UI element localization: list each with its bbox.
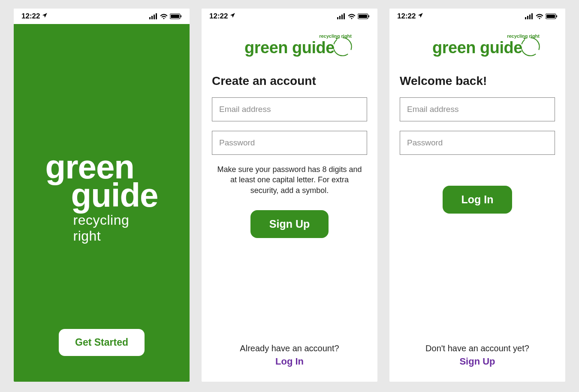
brand-logo-large: green guide recycling right <box>45 153 158 244</box>
brand-wordmark: green guide <box>432 39 522 57</box>
wifi-icon <box>348 13 356 19</box>
status-time: 12:22 <box>21 12 40 21</box>
svg-rect-15 <box>527 16 528 19</box>
recycle-arc-icon <box>331 35 354 60</box>
email-field[interactable] <box>212 97 367 121</box>
splash-body: green guide recycling right Get Started <box>14 24 190 382</box>
svg-rect-13 <box>368 15 369 18</box>
signup-button[interactable]: Sign Up <box>250 210 329 238</box>
svg-rect-5 <box>171 15 179 18</box>
signup-footer: Already have an account? Log In <box>202 344 377 367</box>
battery-icon <box>170 13 182 19</box>
login-body: recycling right green guide Welcome back… <box>389 24 565 382</box>
login-button[interactable]: Log In <box>443 186 513 214</box>
svg-rect-3 <box>156 13 157 19</box>
wifi-icon <box>536 13 543 19</box>
footer-prompt: Already have an account? <box>202 344 377 353</box>
brand-wordmark: green guide <box>244 39 335 57</box>
signup-body: recycling right green guide Create an ac… <box>202 24 377 382</box>
cellular-icon <box>149 13 158 19</box>
location-icon <box>417 12 423 21</box>
svg-rect-2 <box>154 15 155 19</box>
status-time: 12:22 <box>397 12 416 21</box>
svg-rect-14 <box>525 17 526 19</box>
svg-rect-7 <box>337 17 338 19</box>
password-hint: Make sure your password has 8 digits and… <box>212 164 367 196</box>
svg-rect-0 <box>149 17 151 19</box>
get-started-button[interactable]: Get Started <box>59 329 145 356</box>
location-icon <box>42 12 48 21</box>
status-bar: 12:22 <box>389 9 565 24</box>
svg-rect-20 <box>556 15 557 18</box>
brand-logo-small: recycling right green guide <box>415 39 540 57</box>
svg-rect-1 <box>151 16 153 19</box>
svg-rect-12 <box>359 15 367 18</box>
cellular-icon <box>337 13 346 19</box>
wifi-icon <box>160 13 168 19</box>
password-field[interactable] <box>400 131 555 155</box>
svg-rect-8 <box>339 16 341 19</box>
battery-icon <box>546 13 558 19</box>
brand-tagline: recycling right <box>45 212 158 244</box>
status-bar: 12:22 <box>14 9 190 24</box>
splash-screen: 12:22 green guide recycling right Get St… <box>14 9 190 382</box>
cellular-icon <box>525 13 534 19</box>
footer-prompt: Don't have an account yet? <box>389 344 565 353</box>
status-time: 12:22 <box>209 12 228 21</box>
svg-rect-9 <box>341 15 343 19</box>
svg-rect-10 <box>344 13 345 19</box>
signup-heading: Create an account <box>212 74 367 88</box>
login-footer: Don't have an account yet? Sign Up <box>389 344 565 367</box>
battery-icon <box>358 13 370 19</box>
login-heading: Welcome back! <box>400 74 555 88</box>
login-screen: 12:22 recycling right green guide Welc <box>389 9 565 382</box>
svg-rect-19 <box>546 15 555 18</box>
location-icon <box>229 12 235 21</box>
password-field[interactable] <box>212 131 367 155</box>
email-field[interactable] <box>400 97 555 121</box>
login-link[interactable]: Log In <box>202 356 377 367</box>
svg-rect-17 <box>531 13 533 19</box>
signup-screen: 12:22 recycling right green guide Crea <box>202 9 377 382</box>
brand-logo-small: recycling right green guide <box>227 39 352 57</box>
svg-rect-16 <box>529 15 531 19</box>
svg-rect-6 <box>181 15 181 18</box>
signup-link[interactable]: Sign Up <box>389 356 565 367</box>
status-bar: 12:22 <box>202 9 377 24</box>
recycle-arc-icon <box>519 35 542 60</box>
